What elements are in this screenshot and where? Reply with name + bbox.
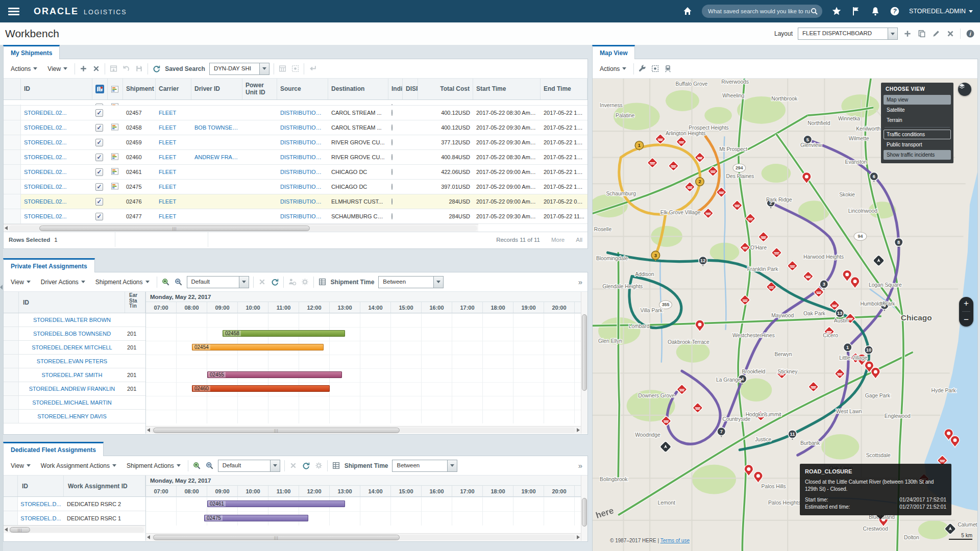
row-checkbox[interactable]: ✓ — [92, 109, 108, 117]
shipment-id-link[interactable]: STOREDEL.02... — [21, 184, 92, 190]
global-search-input[interactable]: What saved search would you like to run? — [702, 5, 822, 18]
map-actions-menu[interactable]: Actions — [597, 63, 629, 74]
map-zoom-control[interactable]: + − — [959, 297, 973, 327]
gantt-bar[interactable]: 02454 — [192, 344, 324, 350]
favorites-star-icon[interactable] — [831, 6, 842, 16]
driver-row[interactable]: STOREDEL.EVAN PETERS — [4, 355, 145, 368]
detach-icon[interactable] — [109, 64, 118, 73]
home-icon[interactable] — [682, 6, 693, 16]
table-row[interactable]: STOREDEL.02...✓02477FLEETDISTRIBUTION CE… — [4, 209, 587, 224]
pf-driver-gear-icon[interactable] — [288, 278, 297, 286]
gantt-bar[interactable]: 02458 — [223, 330, 345, 337]
df-refresh-icon[interactable] — [302, 461, 310, 470]
df-zoom-in-icon[interactable] — [192, 461, 201, 470]
indicator-cell[interactable] — [388, 169, 403, 175]
row-checkbox[interactable]: ✓ — [92, 168, 108, 176]
pf-driver-actions-menu[interactable]: Driver Actions — [38, 277, 88, 288]
driver-id-link[interactable]: STOREDEL.WALTER BROWN — [19, 317, 125, 323]
row-checkbox[interactable]: ✓ — [92, 183, 108, 191]
choose-view-item-map-view[interactable]: Map view — [884, 95, 951, 105]
indicator-cell[interactable] — [388, 184, 403, 190]
driver-row[interactable]: STOREDEL.HENRY DAVIS — [4, 410, 145, 423]
table-row[interactable]: STOREDEL.02...✓02459FLEETDISTRIBUTION CE… — [4, 135, 587, 150]
resource-id-link[interactable]: STOREDEL.D... — [18, 515, 64, 521]
indicator-cell[interactable] — [388, 110, 403, 116]
driver-id-link[interactable]: STOREDEL.BOB TOWNSEND — [19, 331, 125, 337]
map-fit-view-icon[interactable] — [651, 64, 659, 73]
gantt-bar[interactable]: 02461 — [207, 500, 345, 507]
source-link[interactable]: DISTRIBUTION CE... — [277, 198, 328, 205]
col-carrier[interactable]: Carrier — [156, 79, 191, 99]
df-settings-gear-icon[interactable] — [314, 461, 323, 470]
pf-grid-icon[interactable] — [318, 278, 327, 286]
row-checkbox[interactable]: ✓ — [92, 154, 108, 161]
choose-view-item-show-traffic-incidents[interactable]: Show traffic incidents — [884, 150, 951, 160]
shipments-hscrollbar[interactable]: ||| — [4, 224, 478, 232]
col-end-time[interactable]: End Time — [541, 79, 587, 99]
df-grid-icon[interactable] — [332, 461, 340, 470]
source-link[interactable]: DISTRIBUTION CE... — [277, 139, 328, 145]
resource-row[interactable]: STOREDEL.D...DEDICATED RSRC 2 — [4, 497, 145, 511]
pf-refresh-icon[interactable] — [271, 278, 279, 286]
col-start-time[interactable]: Start Time — [473, 79, 541, 99]
df-gantt-vscrollbar[interactable] — [581, 475, 587, 541]
view-menu-button[interactable]: View — [44, 63, 70, 74]
edit-layout-button[interactable] — [932, 29, 941, 38]
carrier-link[interactable]: FLEET — [156, 124, 191, 131]
pf-col-id[interactable]: ID — [19, 292, 125, 313]
table-view-icon[interactable] — [278, 64, 287, 73]
df-zoom-out-icon[interactable] — [205, 461, 214, 470]
menu-icon[interactable] — [8, 8, 19, 15]
zoom-in-icon[interactable] — [161, 278, 170, 286]
saved-search-select[interactable]: DYN-DAY SHI — [209, 63, 270, 75]
pf-col-earliest-start[interactable]: EarStaTin — [125, 292, 145, 313]
indicator-cell[interactable] — [388, 154, 403, 160]
driver-row[interactable]: STOREDEL.DEREK MITCHELL201 — [4, 341, 145, 355]
driver-id-link[interactable]: STOREDEL.HENRY DAVIS — [19, 413, 125, 419]
driver-id-link[interactable]: STOREDEL.ANDREW FRANKLIN — [19, 386, 125, 392]
carrier-link[interactable]: FLEET — [156, 169, 191, 175]
row-checkbox[interactable]: ✓ — [92, 124, 108, 132]
refresh-icon[interactable] — [152, 64, 161, 73]
gantt-bar[interactable]: 02455 — [207, 371, 342, 378]
carrier-link[interactable]: FLEET — [156, 139, 191, 145]
row-checkbox[interactable]: ✓ — [92, 139, 108, 146]
carrier-link[interactable]: FLEET — [156, 213, 191, 219]
driver-link[interactable]: BOB TOWNSEND — [191, 124, 242, 131]
col-dispa[interactable]: DISPA — [403, 79, 418, 99]
driver-id-link[interactable]: STOREDEL.MICHAEL MARTIN — [19, 399, 125, 406]
choose-view-item-satellite[interactable]: Satellite — [884, 105, 951, 115]
map-zoom-in-button[interactable]: + — [964, 298, 969, 309]
driver-row[interactable]: STOREDEL.BOB TOWNSEND201 — [4, 327, 145, 341]
df-gantt-hscrollbar[interactable]: ||| — [146, 533, 581, 541]
col-shipment[interactable]: Shipment — [123, 79, 156, 99]
driver-row[interactable]: STOREDEL.PAT SMITH201 — [4, 368, 145, 382]
col-indic[interactable]: Indic — [388, 79, 403, 99]
source-link[interactable]: DISTRIBUTION CE... — [277, 110, 328, 116]
pf-gantt-hscrollbar[interactable]: ||| — [146, 426, 581, 434]
table-row[interactable]: STOREDEL.02...✓02461FLEETDISTRIBUTION CE… — [4, 165, 587, 180]
carrier-link[interactable]: FLEET — [156, 184, 191, 190]
source-link[interactable]: DISTRIBUTION CE... — [277, 154, 328, 160]
choose-view-item-terrain[interactable]: Terrain — [884, 115, 951, 125]
carrier-link[interactable]: FLEET — [156, 154, 191, 160]
records-more-link[interactable]: More — [551, 237, 565, 243]
terms-of-use-link[interactable]: Terms of use — [660, 538, 690, 543]
delete-row-icon[interactable] — [92, 64, 101, 73]
tab-map-view[interactable]: Map View — [592, 45, 635, 59]
driver-row[interactable]: STOREDEL.ANDREW FRANKLIN201 — [4, 382, 145, 396]
pf-gantt-vscrollbar[interactable] — [581, 292, 587, 434]
source-link[interactable]: DISTRIBUTION CE... — [277, 184, 328, 190]
pf-view-menu[interactable]: View — [8, 277, 34, 288]
map-canvas[interactable]: 2949435556891234710111213123Buffalo Grov… — [593, 79, 977, 551]
col-id[interactable]: ID — [21, 79, 92, 99]
df-col-id[interactable]: ID — [18, 475, 64, 496]
source-link[interactable]: DISTRIBUTION CE... — [277, 124, 328, 131]
map-layers-button[interactable] — [958, 83, 971, 96]
indicator-cell[interactable] — [388, 198, 403, 205]
add-row-icon[interactable] — [79, 64, 88, 73]
save-icon[interactable] — [135, 64, 143, 73]
row-checkbox[interactable]: ✓ — [92, 198, 108, 206]
pf-settings-gear-icon[interactable] — [301, 278, 309, 286]
tab-dedicated-fleet-assignments[interactable]: Dedicated Fleet Assignments — [3, 442, 104, 456]
